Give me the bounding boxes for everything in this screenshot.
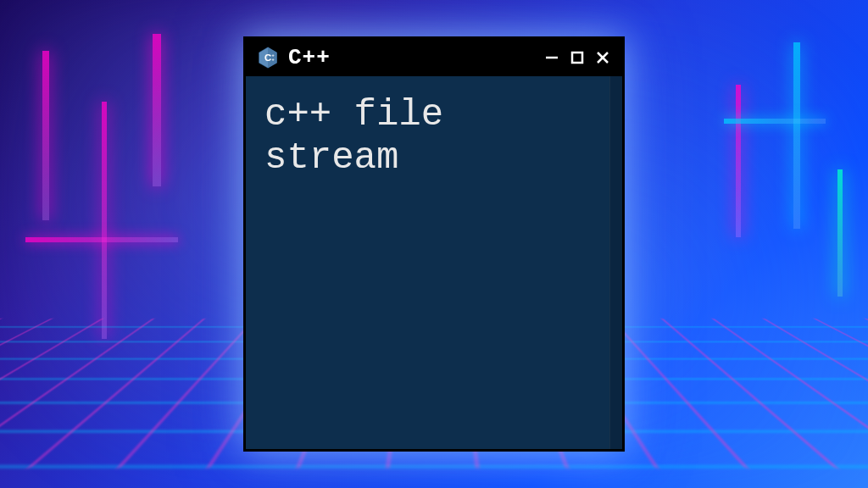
svg-text:C: C (264, 53, 271, 63)
cpp-logo-icon: C + + (256, 46, 280, 69)
neon-bar (793, 42, 800, 229)
terminal-window: C + + C++ c++ file stream (243, 36, 625, 452)
titlebar[interactable]: C + + C++ (246, 39, 622, 76)
maximize-button[interactable] (568, 48, 587, 67)
svg-text:+: + (272, 57, 275, 62)
titlebar-left: C + + C++ (256, 45, 331, 70)
close-button[interactable] (593, 48, 612, 67)
neon-bar (153, 34, 161, 186)
minimize-button[interactable] (542, 48, 561, 67)
window-controls (542, 48, 612, 67)
svg-rect-6 (572, 53, 582, 63)
neon-bar (25, 237, 178, 242)
window-title: C++ (288, 45, 331, 70)
terminal-output: c++ file stream (264, 93, 604, 179)
neon-bar (837, 169, 843, 297)
neon-bar (736, 85, 741, 237)
neon-bar (42, 51, 49, 220)
neon-bar (102, 102, 107, 339)
terminal-body[interactable]: c++ file stream (246, 76, 622, 449)
neon-bar (724, 119, 826, 124)
